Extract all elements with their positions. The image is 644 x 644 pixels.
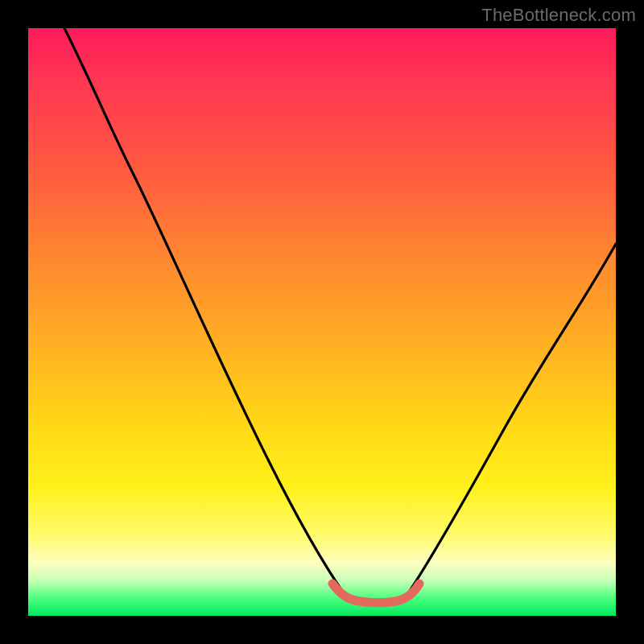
chart-curves-layer [28,28,616,616]
chart-frame: TheBottleneck.com [0,0,644,644]
curve-right-arm [408,244,616,593]
curve-left-arm [64,28,344,593]
curve-valley-floor [332,584,419,603]
watermark-text: TheBottleneck.com [481,5,636,26]
